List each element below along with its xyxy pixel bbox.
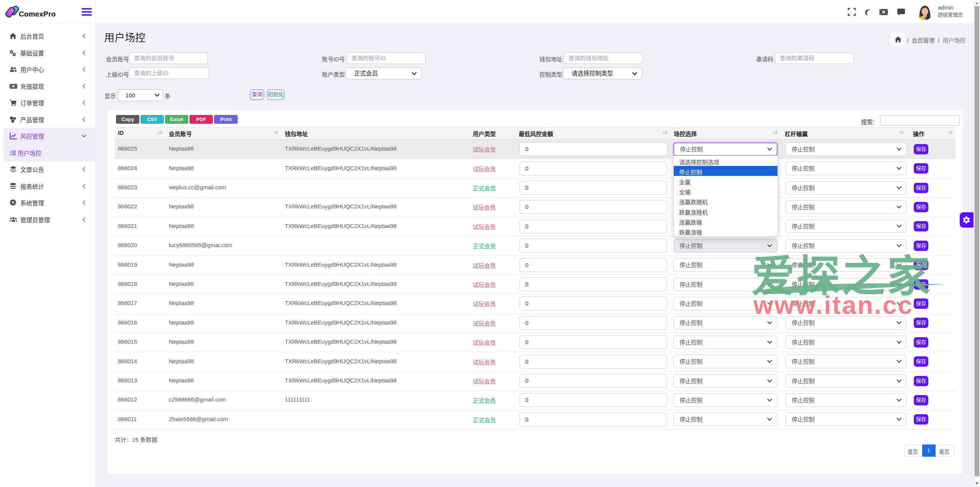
svg-text:1: 1 [883,10,884,14]
svg-text:1: 1 [13,85,14,88]
